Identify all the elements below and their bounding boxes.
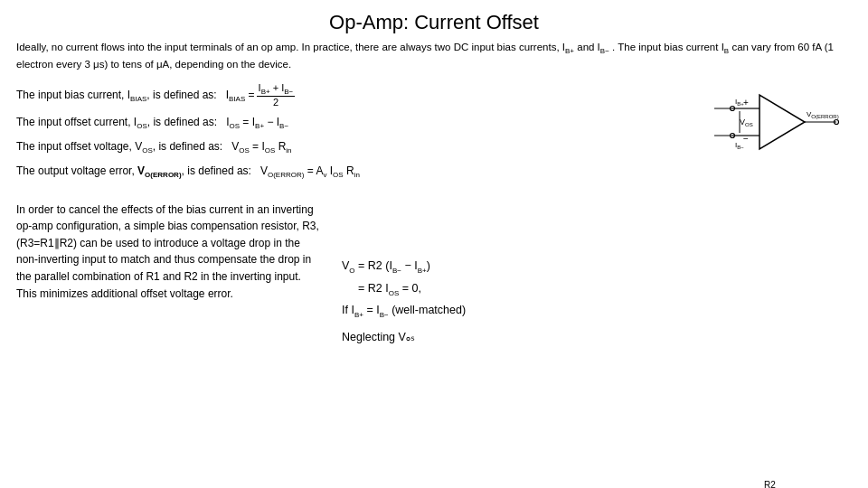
def-offset-current-label: The input offset current, IOS, is define… — [16, 111, 288, 134]
eq-line-1: VO = R2 (IB− − IB+) — [342, 256, 852, 277]
neglecting-vos: Neglecting Vₒₛ — [342, 327, 852, 348]
circuit-diagram-bottom: + − R1 IB− R2 — [599, 464, 852, 488]
def-bias-label: The input bias current, IBIAS, is define… — [16, 84, 255, 107]
bias-fraction: IB+ + IB− 2 — [257, 82, 296, 109]
page-title: Op-Amp: Current Offset — [0, 0, 868, 40]
neglecting-label: Neglecting Vₒₛ — [342, 331, 415, 343]
svg-text:R2: R2 — [764, 480, 776, 488]
def-offset-voltage-label: The input offset voltage, VOS, is define… — [16, 136, 292, 158]
right-column: + − R1 IB− R2 — [324, 202, 852, 348]
svg-marker-0 — [760, 95, 805, 149]
eq1-text: VO = R2 (IB− − IB+) — [342, 256, 430, 277]
eq3-text: If IB+ = IB− (well-matched) — [342, 300, 466, 322]
svg-text:VOS: VOS — [740, 117, 753, 127]
svg-text:−: − — [743, 134, 749, 144]
bottom-section: In order to cancel the effects of the bi… — [0, 192, 868, 348]
eq-line-2: = R2 IOS = 0, — [358, 278, 852, 300]
equations-box: VO = R2 (IB− − IB+) = R2 IOS = 0, If IB+… — [342, 256, 852, 348]
eq-line-3: If IB+ = IB− (well-matched) — [342, 300, 852, 322]
def-output-error-label: The output voltage error, VO(ERROR), is … — [16, 160, 360, 183]
svg-text:VO(ERROR): VO(ERROR) — [807, 110, 839, 119]
svg-text:+: + — [743, 98, 749, 108]
compensation-paragraph: In order to cancel the effects of the bi… — [16, 202, 324, 303]
intro-paragraph: Ideally, no current flows into the input… — [0, 40, 868, 73]
eq2-text: = R2 IOS = 0, — [358, 278, 421, 300]
left-column: In order to cancel the effects of the bi… — [16, 202, 324, 348]
circuit-diagram-top: + − IB+ IB− VOS VO(ERROR) — [660, 77, 859, 176]
